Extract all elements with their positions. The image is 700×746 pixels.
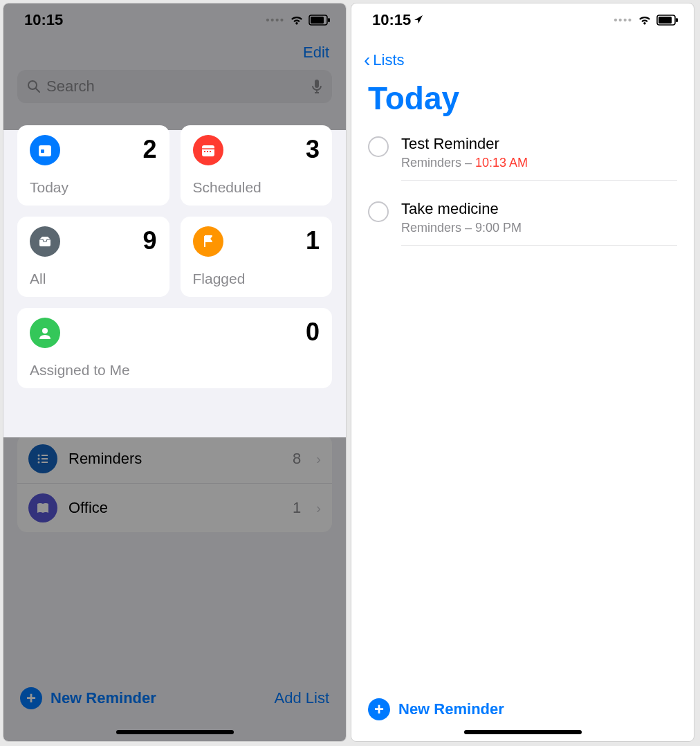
card-all[interactable]: 9 All <box>17 217 169 297</box>
reminder-title: Take medicine <box>401 200 677 218</box>
reminder-title: Test Reminder <box>401 135 677 153</box>
svg-rect-8 <box>39 145 51 156</box>
list-bullet-icon <box>28 444 57 473</box>
battery-icon <box>656 15 679 26</box>
list-row-reminders[interactable]: Reminders 8 › <box>17 435 332 483</box>
mic-icon[interactable] <box>311 79 322 94</box>
card-assigned[interactable]: 0 Assigned to Me <box>17 308 332 388</box>
search-placeholder: Search <box>46 78 306 95</box>
battery-icon <box>308 15 331 26</box>
card-assigned-count: 0 <box>306 318 320 347</box>
svg-rect-5 <box>315 80 319 88</box>
reminder-row[interactable]: Take medicine Reminders – 9:00 PM <box>351 190 694 255</box>
card-today[interactable]: 2 Today <box>17 125 169 206</box>
new-reminder-button[interactable]: + New Reminder <box>20 687 156 709</box>
list-row-office[interactable]: Office 1 › <box>17 483 332 532</box>
search-icon <box>27 80 41 93</box>
back-button[interactable]: ‹ Lists <box>351 37 694 74</box>
chevron-right-icon: › <box>316 500 321 516</box>
wifi-icon <box>289 15 304 26</box>
add-list-button[interactable]: Add List <box>275 689 330 707</box>
home-indicator[interactable] <box>116 730 234 734</box>
card-flagged-label: Flagged <box>193 271 320 287</box>
svg-rect-9 <box>41 149 44 153</box>
card-flagged-count: 1 <box>306 226 320 255</box>
cellular-dots-icon: •••• <box>266 15 285 26</box>
card-assigned-label: Assigned to Me <box>30 362 320 379</box>
reminder-row[interactable]: Test Reminder Reminders – 10:13 AM <box>351 125 694 190</box>
left-screen: 10:15 •••• Edit Search <box>3 3 347 742</box>
status-bar: 10:15 •••• <box>351 3 694 37</box>
bottom-bar: + New Reminder Add List <box>3 676 346 729</box>
wifi-icon <box>637 15 652 26</box>
card-today-label: Today <box>30 179 157 196</box>
status-bar: 10:15 •••• <box>3 3 346 37</box>
book-icon <box>28 493 57 522</box>
card-flagged[interactable]: 1 Flagged <box>181 217 333 297</box>
svg-rect-12 <box>204 151 205 152</box>
search-input[interactable]: Search <box>17 70 332 103</box>
card-scheduled-count: 3 <box>306 135 320 164</box>
right-screen: 10:15 •••• ‹ Lists Today Test Reminder R… <box>351 3 694 742</box>
reminder-subtitle: Reminders – 9:00 PM <box>401 221 677 235</box>
chevron-right-icon: › <box>316 451 321 467</box>
svg-point-16 <box>38 455 40 457</box>
list-name: Reminders <box>68 450 282 468</box>
plus-circle-icon: + <box>368 698 390 720</box>
page-title: Today <box>351 74 694 125</box>
svg-rect-23 <box>658 17 672 24</box>
status-right: •••• <box>266 15 331 26</box>
status-right: •••• <box>614 15 679 26</box>
svg-line-4 <box>36 89 39 92</box>
card-all-label: All <box>30 271 157 287</box>
status-time: 10:15 <box>372 11 423 29</box>
svg-rect-1 <box>311 17 324 24</box>
reminder-radio[interactable] <box>368 136 389 157</box>
svg-point-15 <box>42 328 48 334</box>
svg-rect-24 <box>676 18 678 22</box>
nav-row: Edit <box>3 37 346 66</box>
list-name: Office <box>68 499 282 517</box>
edit-button[interactable]: Edit <box>303 44 329 62</box>
reminder-radio[interactable] <box>368 201 389 222</box>
person-icon <box>30 318 60 348</box>
back-label: Lists <box>373 51 404 69</box>
calendar-icon <box>193 135 223 165</box>
new-reminder-label: New Reminder <box>398 700 504 718</box>
reminder-subtitle: Reminders – 10:13 AM <box>401 156 677 170</box>
home-indicator[interactable] <box>464 730 582 734</box>
card-all-count: 9 <box>142 226 156 255</box>
cellular-dots-icon: •••• <box>614 15 633 26</box>
status-time: 10:15 <box>24 11 63 29</box>
svg-rect-13 <box>207 151 208 152</box>
list-count: 1 <box>293 499 301 517</box>
card-scheduled[interactable]: 3 Scheduled <box>181 125 333 206</box>
plus-circle-icon: + <box>20 687 42 709</box>
chevron-left-icon: ‹ <box>364 51 370 70</box>
svg-point-3 <box>28 81 37 89</box>
new-reminder-button[interactable]: + New Reminder <box>368 698 677 720</box>
svg-rect-14 <box>210 151 211 152</box>
new-reminder-label: New Reminder <box>50 689 156 707</box>
card-scheduled-label: Scheduled <box>193 179 320 196</box>
card-today-count: 2 <box>142 135 156 164</box>
location-icon <box>414 15 423 24</box>
list-count: 8 <box>293 450 301 468</box>
calendar-today-icon <box>30 135 60 165</box>
svg-point-18 <box>38 462 40 464</box>
flag-icon <box>193 226 223 257</box>
tray-icon <box>30 226 60 257</box>
svg-rect-2 <box>328 18 330 22</box>
svg-point-17 <box>38 458 40 460</box>
